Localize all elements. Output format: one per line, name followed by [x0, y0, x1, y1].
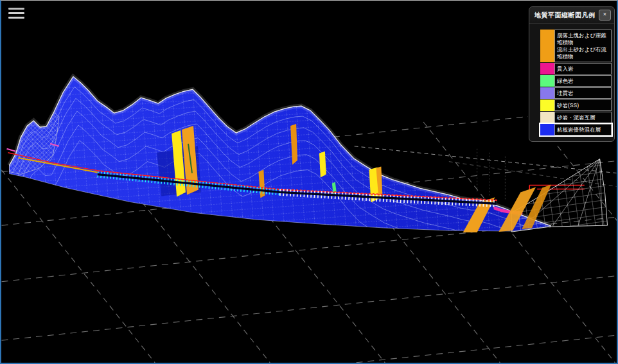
- legend-swatch: [540, 30, 554, 62]
- legend-item-label: 流出土砂および石流堆積物: [557, 46, 609, 60]
- close-icon[interactable]: ×: [599, 10, 611, 21]
- legend-list: 崩落土塊および崖錐堆積物 流出土砂および石流堆積物 貫入岩 緑色岩 珪質岩 砂岩…: [540, 30, 612, 135]
- legend-item-label: 粘板岩優勢混在層: [557, 126, 609, 134]
- legend-item-slate[interactable]: 粘板岩優勢混在層: [540, 124, 612, 135]
- legend-item-greenstone[interactable]: 緑色岩: [540, 75, 612, 87]
- legend-swatch: [540, 100, 554, 111]
- legend-title: 地質平面縦断図凡例: [534, 11, 596, 20]
- legend-swatch: [540, 112, 554, 123]
- terrain-section: [2, 64, 617, 290]
- viewer-window: 地質平面縦断図凡例 × 崩落土塊および崖錐堆積物 流出土砂および石流堆積物 貫入…: [0, 0, 618, 364]
- legend-panel: 地質平面縦断図凡例 × 崩落土塊および崖錐堆積物 流出土砂および石流堆積物 貫入…: [529, 6, 615, 142]
- legend-item-label: 砂岩・泥岩互層: [557, 114, 609, 121]
- legend-item-label: 崩落土塊および崖錐堆積物: [557, 32, 609, 46]
- legend-item-debris[interactable]: 崩落土塊および崖錐堆積物 流出土砂および石流堆積物: [540, 30, 612, 62]
- legend-item-label: 貫入岩: [557, 65, 609, 73]
- legend-item-siliceous[interactable]: 珪質岩: [540, 87, 612, 99]
- legend-swatch: [540, 87, 554, 99]
- legend-swatch: [540, 63, 554, 74]
- legend-item-label: 砂岩(SS): [557, 102, 609, 109]
- wireframe-surface-right: [499, 159, 607, 232]
- legend-item-label: 珪質岩: [557, 90, 609, 97]
- legend-item-label: 緑色岩: [557, 78, 609, 85]
- hamburger-icon: [8, 8, 24, 10]
- scene-3d-viewport[interactable]: [1, 1, 617, 363]
- legend-swatch: [540, 75, 554, 87]
- legend-titlebar: 地質平面縦断図凡例 ×: [529, 7, 614, 24]
- menu-button[interactable]: [8, 8, 25, 19]
- legend-item-intrusive[interactable]: 貫入岩: [540, 63, 612, 74]
- legend-swatch: [540, 124, 554, 135]
- legend-item-sandstone[interactable]: 砂岩(SS): [540, 100, 612, 111]
- legend-item-alternation[interactable]: 砂岩・泥岩互層: [540, 112, 612, 123]
